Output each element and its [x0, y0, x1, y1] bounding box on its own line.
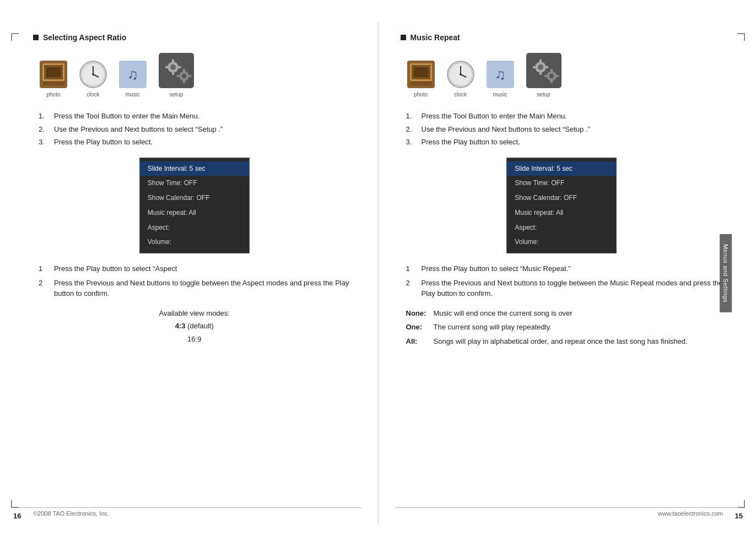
right-clock-icon — [446, 59, 476, 89]
right-menu-item-4: Aspect: — [507, 220, 616, 235]
left-step-1-text: Press the Tool Button to enter the Main … — [54, 111, 199, 122]
left-view-modes: Available view modes: 4:3 (default) 16:9 — [33, 307, 356, 345]
right-def-none-def: Music will end once the current song is … — [434, 308, 573, 319]
right-sub-step-2: 2 Press the Previous and Next buttons to… — [406, 278, 723, 299]
svg-rect-49 — [555, 75, 559, 77]
left-clock-icon-box: clock — [78, 59, 108, 98]
bullet-icon — [33, 35, 39, 40]
right-icon-row: photo clock — [406, 52, 723, 98]
svg-rect-28 — [414, 67, 428, 77]
right-setup-label: setup — [537, 91, 550, 98]
left-bottom-line — [17, 507, 361, 508]
right-step-3-text: Press the Play button to select. — [422, 137, 520, 148]
right-step-2: 2. Use the Previous and Next buttons to … — [406, 124, 723, 135]
svg-rect-29 — [410, 82, 432, 85]
svg-rect-15 — [172, 59, 174, 63]
left-step-2-num: 2. — [39, 124, 47, 135]
left-setup-label: setup — [170, 91, 183, 98]
svg-rect-3 — [46, 67, 61, 77]
svg-text:♫: ♫ — [495, 66, 506, 83]
left-sub-step-2: 2 Press the Previous and Next buttons to… — [39, 278, 356, 299]
left-page-num: 16 — [13, 512, 21, 520]
left-step-1: 1. Press the Tool Button to enter the Ma… — [39, 111, 356, 122]
view-modes-title: Available view modes: — [33, 307, 356, 320]
right-definitions: None: Music will end once the current so… — [406, 308, 723, 347]
svg-rect-4 — [42, 82, 64, 85]
right-step-3-num: 3. — [406, 137, 415, 148]
view-mode-1-val: 4:3 — [175, 322, 186, 330]
svg-rect-16 — [172, 72, 174, 75]
right-def-one-term: One: — [406, 322, 427, 333]
right-def-none: None: Music will end once the current so… — [406, 308, 723, 319]
svg-point-39 — [538, 64, 543, 70]
left-sub-step-2-text: Press the Previous and Next buttons to t… — [54, 278, 356, 299]
right-photo-label: photo — [414, 91, 428, 98]
right-sub-steps: 1 Press the Play button to select “Music… — [406, 263, 723, 299]
left-menu-item-2: Show Calendar: OFF — [140, 191, 249, 205]
left-menu-wrapper: Slide Interval: 5 sec Show Time: OFF Sho… — [33, 158, 356, 254]
right-bottom-line — [395, 507, 740, 508]
left-step-3-num: 3. — [39, 137, 47, 148]
footer-url: www.taoelectronics.com — [658, 510, 723, 517]
view-mode-1: 4:3 (default) — [33, 320, 356, 332]
left-step-2: 2. Use the Previous and Next buttons to … — [39, 124, 356, 135]
view-mode-1-suffix: (default) — [185, 322, 213, 330]
svg-rect-24 — [188, 75, 191, 77]
svg-rect-42 — [533, 66, 536, 68]
svg-rect-47 — [550, 80, 553, 83]
right-def-all-term: All: — [406, 336, 427, 347]
left-photo-icon-box: photo — [39, 59, 68, 98]
right-def-one: One: The current song will play repeated… — [406, 322, 723, 333]
left-music-icon-box: ♫ music — [118, 59, 148, 98]
svg-point-34 — [460, 73, 462, 75]
right-def-none-term: None: — [406, 308, 427, 319]
svg-rect-23 — [177, 75, 180, 77]
right-menu-box: Slide Interval: 5 sec Show Time: OFF Sho… — [506, 158, 617, 254]
svg-point-9 — [92, 73, 94, 75]
svg-rect-21 — [183, 69, 185, 72]
left-sub-step-2-num: 2 — [39, 278, 46, 299]
left-music-label: music — [126, 91, 140, 98]
left-menu-item-1: Show Time: OFF — [140, 176, 249, 191]
svg-point-14 — [170, 64, 176, 70]
svg-rect-41 — [539, 72, 542, 75]
right-music-icon-box: ♫ music — [485, 59, 515, 98]
right-step-1-text: Press the Tool Button to enter the Main … — [422, 111, 567, 122]
left-column: Selecting Aspect Ratio photo — [0, 22, 379, 524]
right-music-icon: ♫ — [485, 59, 515, 89]
left-menu-item-5: Volume: — [140, 235, 249, 250]
svg-rect-46 — [550, 69, 553, 72]
corner-br — [737, 500, 745, 508]
left-step-3: 3. Press the Play button to select. — [39, 137, 356, 148]
left-step-3-text: Press the Play button to select. — [54, 137, 153, 148]
right-menu-item-3: Music repeat: All — [507, 205, 616, 220]
right-menu-item-5: Volume: — [507, 235, 616, 250]
right-clock-label: clock — [454, 91, 467, 98]
left-sub-step-1-num: 1 — [39, 263, 46, 274]
left-section-heading: Selecting Aspect Ratio — [33, 33, 356, 42]
left-photo-icon — [39, 59, 68, 89]
right-sub-step-2-num: 2 — [406, 278, 414, 299]
right-photo-icon-box: photo — [406, 59, 436, 98]
left-clock-icon — [78, 59, 108, 89]
right-step-1: 1. Press the Tool Button to enter the Ma… — [406, 111, 723, 122]
corner-bl — [11, 500, 19, 508]
left-photo-label: photo — [46, 91, 60, 98]
left-menu-box: Slide Interval: 5 sec Show Time: OFF Sho… — [139, 158, 250, 254]
left-sub-step-1-text: Press the Play button to select “Aspect — [54, 263, 177, 274]
right-column: Music Repeat photo — [379, 22, 757, 524]
left-sub-step-1: 1 Press the Play button to select “Aspec… — [39, 263, 356, 274]
right-steps: 1. Press the Tool Button to enter the Ma… — [406, 111, 723, 148]
right-photo-icon — [406, 59, 436, 89]
right-page-num: 15 — [735, 512, 743, 520]
view-mode-2: 16:9 — [33, 333, 356, 345]
right-bullet-icon — [401, 35, 406, 40]
right-setup-icon-box: setup — [525, 52, 563, 98]
svg-text:♫: ♫ — [127, 66, 138, 83]
left-menu-item-4: Aspect: — [140, 220, 249, 235]
left-menu-item-3: Music repeat: All — [140, 205, 249, 220]
left-section-title: Selecting Aspect Ratio — [43, 33, 126, 42]
corner-tl — [11, 33, 19, 41]
right-music-label: music — [493, 91, 507, 98]
right-step-2-text: Use the Previous and Next buttons to sel… — [422, 124, 590, 135]
